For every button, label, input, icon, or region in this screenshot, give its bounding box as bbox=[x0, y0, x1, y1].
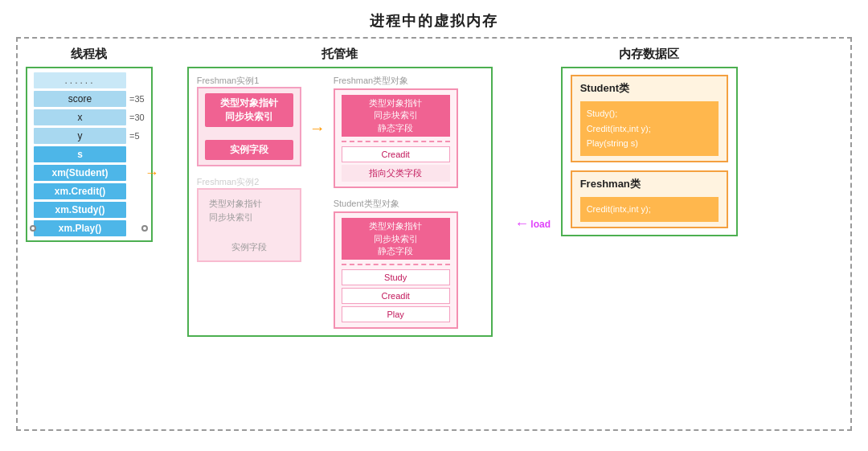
section-stack: 线程栈 ...... score =35 x =30 y bbox=[26, 47, 153, 242]
freshman-class-content: Credit(intx,int y); bbox=[580, 197, 719, 222]
student-type-dotted bbox=[342, 264, 450, 265]
load-arrow: ← load bbox=[514, 215, 551, 232]
freshman-type-dotted bbox=[342, 141, 450, 142]
arrow-gap1 bbox=[161, 47, 183, 191]
stack-row-s: s bbox=[34, 146, 145, 162]
heap-instance2: Freshman实例2 类型对象指针同步块索引 实例字段 bbox=[197, 176, 301, 262]
heap-box: Freshman实例1 类型对象指针同步块索引 实例字段 Freshman实例2… bbox=[187, 67, 493, 337]
stack-label-y: =5 bbox=[129, 131, 140, 141]
stack-row-xm-credit: xm.Credit() bbox=[34, 183, 145, 199]
student-type-label: Student类型对象 bbox=[334, 198, 458, 210]
section-memory: 内存数据区 Student类 Study(); Credit(intx,int … bbox=[561, 47, 738, 236]
stack-label-x: =30 bbox=[129, 113, 145, 122]
instance2-type-ptr: 类型对象指针同步块索引 bbox=[205, 195, 293, 226]
freshman-type-label: Freshman类型对象 bbox=[334, 75, 458, 87]
stack-row-x: x =30 bbox=[34, 109, 145, 125]
memory-box: Student类 Study(); Credit(intx,int y); Pl… bbox=[561, 67, 738, 236]
load-arrow-area: ← load bbox=[505, 47, 561, 232]
heap-type-col: Freshman类型对象 类型对象指针同步块索引静态字段 Creadit 指向父… bbox=[334, 75, 458, 329]
stack-cell-dots: ...... bbox=[34, 72, 126, 88]
memory-title: 内存数据区 bbox=[619, 47, 679, 62]
heap-internal-arrow: → bbox=[309, 75, 326, 329]
student-study: Study bbox=[342, 269, 450, 285]
instance2-block: 类型对象指针同步块索引 实例字段 bbox=[197, 188, 301, 262]
stack-row-xm-study: xm.Study() bbox=[34, 202, 145, 218]
heap-instance-col: Freshman实例1 类型对象指针同步块索引 实例字段 Freshman实例2… bbox=[197, 75, 301, 329]
freshman-type-block: 类型对象指针同步块索引静态字段 Creadit 指向父类字段 bbox=[334, 88, 458, 188]
student-class-title: Student类 bbox=[580, 81, 719, 96]
stack-cell-xm-student: xm(Student) bbox=[34, 165, 126, 181]
student-class-block: Student类 Study(); Credit(intx,int y); Pl… bbox=[571, 75, 728, 162]
student-credit: Creadit bbox=[342, 288, 450, 304]
stack-cell-xm-study: xm.Study() bbox=[34, 202, 126, 218]
heap-title: 托管堆 bbox=[321, 47, 358, 62]
dot-right bbox=[141, 225, 148, 232]
stack-cell-score: score bbox=[34, 91, 126, 107]
stack-box: ...... score =35 x =30 y =5 bbox=[26, 67, 153, 242]
freshman-parent-ref: 指向父类字段 bbox=[342, 165, 450, 182]
stack-row-xm-play: xm.Play() bbox=[34, 220, 145, 236]
student-type-block: 类型对象指针同步块索引静态字段 Study Creadit Play bbox=[334, 211, 458, 329]
page-title: 进程中的虚拟内存 bbox=[370, 11, 498, 31]
freshman-credit: Creadit bbox=[342, 146, 450, 162]
stack-cell-xm-play: xm.Play() bbox=[34, 220, 126, 236]
stack-label-score: =35 bbox=[129, 94, 145, 104]
heap-instance1: Freshman实例1 类型对象指针同步块索引 实例字段 bbox=[197, 75, 301, 166]
instance2-label: Freshman实例2 bbox=[197, 176, 301, 188]
stack-title: 线程栈 bbox=[71, 47, 107, 62]
instance1-type-ptr: 类型对象指针同步块索引 bbox=[205, 93, 293, 127]
arrow-xm-student: → bbox=[145, 165, 159, 182]
student-type-obj: Student类型对象 类型对象指针同步块索引静态字段 Study Creadi… bbox=[334, 198, 458, 329]
instance1-label: Freshman实例1 bbox=[197, 75, 301, 87]
student-class-content: Study(); Credit(intx,int y); Play(string… bbox=[580, 101, 719, 156]
freshman-type-cells: 类型对象指针同步块索引静态字段 bbox=[342, 95, 450, 137]
left-arrow-icon: ← bbox=[514, 215, 529, 232]
instance1-fields: 实例字段 bbox=[205, 140, 293, 160]
stack-cell-y: y bbox=[34, 128, 126, 144]
student-play: Play bbox=[342, 306, 450, 322]
freshman-class-title: Freshman类 bbox=[580, 177, 719, 191]
stack-row-score: score =35 bbox=[34, 91, 145, 107]
stack-cell-xm-credit: xm.Credit() bbox=[34, 183, 126, 199]
stack-row-xm-student: xm(Student) → bbox=[34, 165, 145, 181]
instance1-block: 类型对象指针同步块索引 实例字段 bbox=[197, 87, 301, 166]
load-label: load bbox=[530, 219, 551, 230]
stack-row-dots: ...... bbox=[34, 72, 145, 88]
arrow-instance-to-type: → bbox=[309, 119, 326, 137]
instance2-fields: 实例字段 bbox=[205, 239, 293, 256]
freshman-type-obj: Freshman类型对象 类型对象指针同步块索引静态字段 Creadit 指向父… bbox=[334, 75, 458, 188]
stack-cell-s: s bbox=[34, 146, 126, 162]
stack-row-y: y =5 bbox=[34, 128, 145, 144]
section-heap: 托管堆 Freshman实例1 类型对象指针同步块索引 实例字段 bbox=[183, 47, 497, 337]
dot-left bbox=[30, 225, 36, 232]
student-type-cells: 类型对象指针同步块索引静态字段 bbox=[342, 218, 450, 260]
stack-cell-x: x bbox=[34, 109, 126, 125]
freshman-class-block: Freshman类 Credit(intx,int y); bbox=[571, 170, 728, 228]
